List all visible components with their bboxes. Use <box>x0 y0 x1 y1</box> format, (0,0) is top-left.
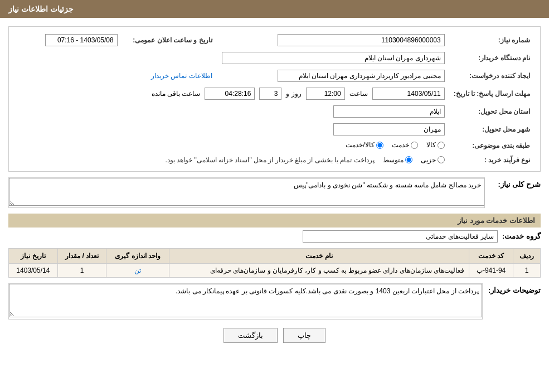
contact-link-cell: اطلاعات تماس خریدار <box>14 67 217 85</box>
button-bar: چاپ بازگشت <box>8 320 541 351</box>
procurement-text: پرداخت تمام یا بخشی از مبلغ خریدار از مح… <box>165 156 374 164</box>
buyer-org-label: نام دستگاه خریدار: <box>449 49 535 67</box>
col-service-name: نام خدمت <box>169 248 469 263</box>
table-row: 1 941-94-ب فعالیت‌های سازمان‌های دارای ع… <box>9 263 541 277</box>
need-desc-box <box>8 177 485 208</box>
service-group-label: گروه خدمت: <box>502 232 541 240</box>
category-khedmat-radio[interactable] <box>411 142 418 149</box>
col-service-code: کد خدمت <box>469 248 513 263</box>
category-kala-item[interactable]: کالا <box>426 141 445 149</box>
page-header: جزئیات اطلاعات نیاز <box>0 0 549 18</box>
province-input[interactable] <box>333 105 445 118</box>
province-label: استان محل تحویل: <box>449 103 535 120</box>
creator-value <box>217 67 449 85</box>
procurement-type-value: جزیی متوسط پرداخت تمام یا بخشی از مبلغ خ… <box>14 153 449 167</box>
col-quantity: تعداد / مقدار <box>57 248 106 263</box>
row-city: شهر محل تحویل: <box>14 120 535 138</box>
category-kala-khedmat-item[interactable]: کالا/خدمت <box>346 141 383 149</box>
services-section-header: اطلاعات خدمات مورد نیاز <box>8 214 541 228</box>
row-need-number: شماره نیاز: تاریخ و ساعت اعلان عمومی: <box>14 31 535 49</box>
col-row-num: ردیف <box>513 248 541 263</box>
buyer-desc-textarea[interactable] <box>9 284 482 317</box>
cell-quantity: 1 <box>57 263 106 277</box>
services-table-body: 1 941-94-ب فعالیت‌های سازمان‌های دارای ع… <box>9 263 541 277</box>
category-kala-radio[interactable] <box>438 142 445 149</box>
print-button[interactable]: چاپ <box>283 328 325 343</box>
procurement-type-label: نوع فرآیند خرید : <box>449 153 535 167</box>
response-deadline-row: ساعت روز و ساعت باقی مانده <box>19 88 445 100</box>
col-need-date: تاریخ نیاز <box>9 248 58 263</box>
category-label: طبقه بندی موضوعی: <box>449 138 535 153</box>
category-kala-khedmat-label: کالا/خدمت <box>346 141 374 149</box>
service-group-input[interactable] <box>303 230 498 243</box>
category-khedmat-label: خدمت <box>392 141 409 149</box>
province-value <box>14 103 449 120</box>
procurement-motaset-label: متوسط <box>383 156 404 164</box>
need-number-label: شماره نیاز: <box>449 31 535 49</box>
top-info-inner: شماره نیاز: تاریخ و ساعت اعلان عمومی: نا… <box>9 27 540 171</box>
response-days-label: روز و <box>286 90 301 98</box>
city-input[interactable] <box>333 123 445 135</box>
procurement-motaset-item[interactable]: متوسط <box>383 156 412 164</box>
need-number-input[interactable] <box>278 34 445 46</box>
need-desc-row: شرح کلی نیاز: <box>8 177 541 208</box>
buyer-desc-box <box>8 283 483 320</box>
response-time-label: ساعت <box>349 90 368 98</box>
services-table-header-row: ردیف کد خدمت نام خدمت واحد اندازه گیری ت… <box>9 248 541 263</box>
top-info-section: شماره نیاز: تاریخ و ساعت اعلان عمومی: نا… <box>8 26 541 172</box>
cell-need-date: 1403/05/14 <box>9 263 58 277</box>
city-value <box>14 120 449 138</box>
row-province: استان محل تحویل: <box>14 103 535 120</box>
procurement-row: جزیی متوسط پرداخت تمام یا بخشی از مبلغ خ… <box>19 156 445 164</box>
response-deadline-value: ساعت روز و ساعت باقی مانده <box>14 85 449 103</box>
services-table: ردیف کد خدمت نام خدمت واحد اندازه گیری ت… <box>8 248 541 278</box>
procurement-radio-group: جزیی متوسط <box>383 156 445 164</box>
response-remaining-label: ساعت باقی مانده <box>152 90 201 98</box>
city-label: شهر محل تحویل: <box>449 120 535 138</box>
row-buyer-org: نام دستگاه خریدار: <box>14 49 535 67</box>
category-radio-group: کالا خدمت کالا/خدمت <box>346 141 444 149</box>
page-wrapper: جزئیات اطلاعات نیاز شماره نیاز: تاریخ و … <box>0 0 549 392</box>
response-deadline-label: مهلت ارسال پاسخ: تا تاریخ: <box>449 85 535 103</box>
procurement-jozei-radio[interactable] <box>438 156 445 163</box>
row-response-deadline: مهلت ارسال پاسخ: تا تاریخ: ساعت روز و سا… <box>14 85 535 103</box>
contact-link[interactable]: اطلاعات تماس خریدار <box>151 72 212 80</box>
services-table-head: ردیف کد خدمت نام خدمت واحد اندازه گیری ت… <box>9 248 541 263</box>
announcement-date-input[interactable] <box>45 34 118 46</box>
need-number-value <box>217 31 449 49</box>
procurement-jozei-item[interactable]: جزیی <box>421 156 445 164</box>
announcement-date-value <box>14 31 122 49</box>
creator-input[interactable] <box>278 70 445 82</box>
response-time-input[interactable] <box>306 88 345 100</box>
need-desc-textarea[interactable] <box>9 178 484 206</box>
buyer-desc-row: توضیحات خریدار: <box>8 283 541 320</box>
row-creator: ایجاد کننده درخواست: اطلاعات تماس خریدار <box>14 67 535 85</box>
cell-service-name: فعالیت‌های سازمان‌های دارای عضو مربوط به… <box>169 263 469 277</box>
buyer-org-value <box>14 49 449 67</box>
cell-service-code: 941-94-ب <box>469 263 513 277</box>
procurement-jozei-label: جزیی <box>421 156 436 164</box>
back-button[interactable]: بازگشت <box>224 328 278 343</box>
cell-unit: تن <box>106 263 169 277</box>
main-content: شماره نیاز: تاریخ و ساعت اعلان عمومی: نا… <box>0 18 549 360</box>
creator-label: ایجاد کننده درخواست: <box>449 67 535 85</box>
buyer-org-input[interactable] <box>222 52 445 64</box>
category-kala-label: کالا <box>426 141 436 149</box>
response-date-input[interactable] <box>372 88 445 100</box>
service-group-row: گروه خدمت: <box>8 230 541 243</box>
response-days-input[interactable] <box>259 88 281 100</box>
category-kala-khedmat-radio[interactable] <box>376 142 383 149</box>
category-value: کالا خدمت کالا/خدمت <box>14 138 449 153</box>
row-category: طبقه بندی موضوعی: کالا خدمت <box>14 138 535 153</box>
col-unit: واحد اندازه گیری <box>106 248 169 263</box>
row-procurement: نوع فرآیند خرید : جزیی <box>14 153 535 167</box>
top-info-table: شماره نیاز: تاریخ و ساعت اعلان عمومی: نا… <box>14 31 535 167</box>
need-desc-label: شرح کلی نیاز: <box>490 177 541 188</box>
buyer-desc-label: توضیحات خریدار: <box>488 283 541 294</box>
cell-row-num: 1 <box>513 263 541 277</box>
response-remaining-input[interactable] <box>205 88 255 100</box>
category-khedmat-item[interactable]: خدمت <box>392 141 418 149</box>
procurement-motaset-radio[interactable] <box>405 156 412 163</box>
page-title: جزئیات اطلاعات نیاز <box>8 4 74 13</box>
announcement-date-label: تاریخ و ساعت اعلان عمومی: <box>122 31 217 49</box>
